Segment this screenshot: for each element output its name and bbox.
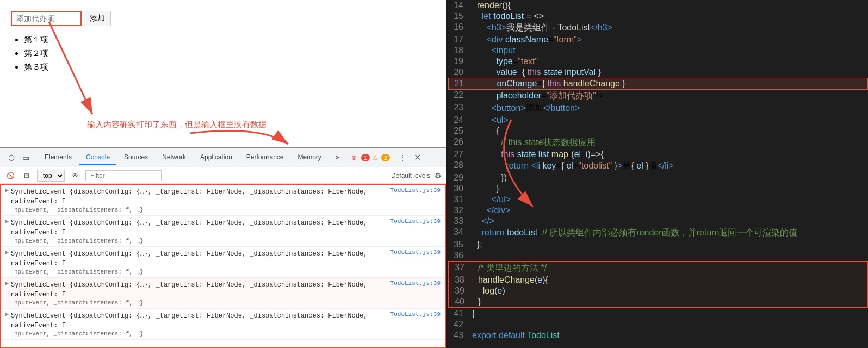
line-num: 23	[448, 103, 470, 113]
line-num: 21	[449, 79, 470, 89]
device-icon[interactable]: ▭	[18, 151, 33, 165]
line-content	[470, 320, 868, 330]
entry-link[interactable]: TodoList.js:39	[390, 280, 441, 287]
line-content: value={ this.state.inputVal }	[470, 67, 868, 77]
console-entry: ▶ SyntheticEvent {dispatchConfig: {…}, _…	[1, 247, 445, 278]
code-line-26: 26 // this.state状态数据应用	[448, 136, 868, 149]
tab-application[interactable]: Application	[194, 150, 239, 165]
line-num: 31	[448, 195, 470, 204]
method-highlight-box: 37 /* 类里边的方法 */ 38 handleChange(e){ 39 l…	[448, 261, 868, 308]
line-content: return <li key={ el+"todolist" }>第{ el }…	[470, 160, 868, 172]
more-options-icon[interactable]: ⋮	[395, 151, 410, 165]
code-line-30: 30 }	[448, 183, 868, 194]
code-line-28: 28 return <li key={ el+"todolist" }>第{ e…	[448, 160, 868, 172]
code-line-15: 15 let todoList = <>	[448, 11, 868, 22]
default-levels-label: Default levels	[391, 172, 430, 179]
code-line-25: 25 {	[448, 126, 868, 136]
entry-link[interactable]: TodoList.js:39	[390, 249, 441, 256]
entry-header: ▶ SyntheticEvent {dispatchConfig: {…}, _…	[5, 311, 441, 331]
console-entry: ▶ SyntheticEvent {dispatchConfig: {…}, _…	[1, 278, 445, 309]
entry-triangle[interactable]: ▶	[5, 218, 9, 225]
line-content: return todoList; // 所以类组件内部必须有render函数，并…	[470, 227, 868, 239]
entry-text: SyntheticEvent {dispatchConfig: {…}, _ta…	[11, 249, 386, 269]
line-num: 33	[448, 216, 470, 226]
entry-triangle[interactable]: ▶	[5, 187, 9, 194]
eye-icon[interactable]: 👁	[69, 170, 81, 182]
console-filter-input[interactable]	[85, 170, 162, 181]
entry-link[interactable]: TodoList.js:39	[390, 187, 441, 194]
line-num: 37	[449, 263, 471, 272]
annotation-text: 输入内容确实打印了东西，但是输入框里没有数据	[87, 120, 266, 130]
line-content: type="text"	[470, 57, 868, 66]
line-num: 24	[448, 115, 470, 125]
code-line-16: 16 <h3>我是类组件 - TodoList</h3>	[448, 22, 868, 34]
entry-triangle[interactable]: ▶	[5, 249, 9, 256]
line-content: <ul>	[470, 115, 868, 125]
line-num: 28	[448, 160, 470, 170]
console-entry: ▶ SyntheticEvent {dispatchConfig: {…}, _…	[1, 216, 445, 247]
code-line-21-highlighted: 21 onChange={ this.handleChange }	[448, 78, 868, 90]
line-num: 34	[448, 227, 470, 237]
settings-icon[interactable]: ⚙	[435, 171, 442, 180]
add-button[interactable]: 添加	[84, 11, 111, 26]
entry-triangle[interactable]: ▶	[5, 280, 9, 287]
code-line-41: 41 }	[448, 308, 868, 319]
entry-text: SyntheticEvent {dispatchConfig: {…}, _ta…	[11, 187, 386, 207]
line-num: 15	[448, 11, 470, 21]
error-warning-badges: ⊗ 1 ⚠ 2	[351, 154, 390, 161]
console-toolbar: 🚫 ⊟ top 👁 Default levels ⚙	[0, 167, 446, 184]
devtools-bottom: ⬡ ▭ Elements Console Sources Network App…	[0, 147, 446, 348]
entry-link[interactable]: TodoList.js:39	[390, 218, 441, 225]
entry-detail: nputEvent, _dispatchListeners: f, …}	[5, 238, 441, 244]
line-num: 32	[448, 206, 470, 215]
line-num: 20	[448, 67, 470, 77]
tab-memory[interactable]: Memory	[292, 150, 328, 165]
todo-list: 第１项 第２项 第３项	[11, 35, 435, 72]
entry-detail: nputEvent, _dispatchListeners: f, …}	[5, 331, 441, 337]
entry-triangle[interactable]: ▶	[5, 311, 9, 318]
line-num: 16	[448, 22, 470, 32]
devtools-action-icons: ⋮ ✕	[395, 151, 425, 165]
entry-header: ▶ SyntheticEvent {dispatchConfig: {…}, _…	[5, 280, 441, 300]
entry-text: SyntheticEvent {dispatchConfig: {…}, _ta…	[11, 311, 386, 331]
line-content: let todoList = <>	[470, 11, 868, 21]
code-line-39: 39 log(e)	[449, 285, 867, 296]
code-line-27: 27 this.state.list.map((el, i)=>{	[448, 149, 868, 160]
close-devtools-button[interactable]: ✕	[411, 151, 425, 165]
tab-sources[interactable]: Sources	[117, 150, 154, 165]
tab-console[interactable]: Console	[79, 150, 116, 165]
filter-icon[interactable]: ⊟	[21, 170, 33, 182]
list-item: 第１项	[24, 35, 435, 45]
line-num: 19	[448, 57, 470, 66]
left-section: 添加 第１项 第２项 第３项 输入内容	[0, 0, 446, 348]
line-num: 43	[448, 331, 470, 340]
error-count: 1	[361, 154, 370, 161]
line-content: }	[471, 297, 867, 307]
line-content: }	[470, 184, 868, 194]
line-num: 39	[449, 286, 471, 296]
line-content: /* 类里边的方法 */	[471, 263, 867, 274]
tab-more[interactable]: »	[329, 150, 346, 165]
console-output[interactable]: ▶ SyntheticEvent {dispatchConfig: {…}, _…	[0, 184, 446, 348]
entry-header: ▶ SyntheticEvent {dispatchConfig: {…}, _…	[5, 249, 441, 269]
context-selector[interactable]: top	[37, 170, 65, 182]
code-editor: 14 render(){ 15 let todoList = <> 16 <h3…	[448, 0, 868, 348]
todo-input[interactable]	[11, 11, 82, 26]
code-line-31: 31 </ul>	[448, 194, 868, 205]
line-content: <input	[470, 46, 868, 55]
entry-header: ▶ SyntheticEvent {dispatchConfig: {…}, _…	[5, 218, 441, 238]
line-num: 14	[448, 1, 470, 10]
tab-performance[interactable]: Performance	[240, 150, 290, 165]
code-line-20: 20 value={ this.state.inputVal }	[448, 67, 868, 78]
tab-elements[interactable]: Elements	[38, 150, 78, 165]
line-num: 25	[448, 126, 470, 136]
devtools-icons: ⬡ ▭	[4, 151, 33, 165]
inspect-icon[interactable]: ⬡	[4, 151, 18, 165]
error-icon: ⊗	[351, 154, 357, 161]
entry-link[interactable]: TodoList.js:39	[390, 311, 441, 318]
tab-network[interactable]: Network	[156, 150, 193, 165]
code-line-38: 38 handleChange(e){	[449, 275, 867, 285]
clear-console-icon[interactable]: 🚫	[4, 170, 16, 182]
list-item: 第２项	[24, 48, 435, 59]
code-line-17: 17 <div className="form">	[448, 34, 868, 45]
